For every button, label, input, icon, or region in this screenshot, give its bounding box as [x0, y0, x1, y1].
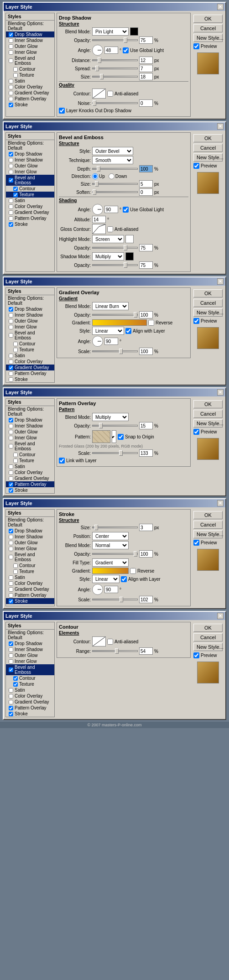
sidebar-item-drop-shadow-3[interactable]: Drop Shadow	[6, 306, 54, 312]
sidebar-item-satin-6[interactable]: Satin	[6, 687, 54, 693]
blend-mode-select-5[interactable]: Normal	[92, 541, 129, 549]
cancel-button-5[interactable]: Cancel	[193, 521, 223, 529]
opacity-slider-3[interactable]	[92, 314, 138, 316]
close-button-3[interactable]: ✕	[217, 278, 224, 285]
checkbox-inner-glow-3[interactable]	[9, 325, 13, 329]
sidebar-item-pattern-overlay-2[interactable]: Pattern Overlay	[6, 215, 54, 221]
checkbox-satin-5[interactable]	[9, 575, 13, 580]
technique-select-2[interactable]: Smooth	[92, 156, 133, 164]
checkbox-inner-shadow-3[interactable]	[9, 313, 13, 318]
checkbox-bevel-2[interactable]	[9, 178, 13, 182]
sidebar-item-inner-shadow-3[interactable]: Inner Shadow	[6, 312, 54, 318]
sidebar-item-blending-2[interactable]: Blending Options: Default	[6, 140, 54, 151]
checkbox-drop-shadow-1[interactable]	[9, 32, 13, 37]
sidebar-item-texture-4[interactable]: Texture	[6, 458, 54, 464]
angle-dial-3[interactable]	[92, 336, 103, 347]
sidebar-item-stroke-4[interactable]: Stroke	[6, 487, 54, 493]
sidebar-item-bevel-2[interactable]: Bevel and Emboss	[6, 175, 54, 186]
angle-dial-5[interactable]	[92, 584, 103, 595]
ok-button-1[interactable]: OK	[193, 15, 223, 23]
noise-slider-1[interactable]	[92, 102, 138, 104]
ok-button-4[interactable]: OK	[193, 400, 223, 408]
sidebar-item-color-overlay-3[interactable]: Color Overlay	[6, 359, 54, 365]
checkbox-gradient-overlay-4[interactable]	[9, 476, 13, 481]
shadow-opacity-slider-2[interactable]	[92, 264, 138, 266]
depth-slider-2[interactable]	[92, 168, 138, 170]
size-slider-2[interactable]	[92, 183, 138, 185]
spread-slider-1[interactable]	[92, 68, 138, 69]
checkbox-gradient-overlay-1[interactable]	[9, 91, 13, 95]
checkbox-gradient-overlay-6[interactable]	[9, 700, 13, 704]
checkbox-inner-shadow-1[interactable]	[9, 38, 13, 43]
direction-up-radio-2[interactable]	[92, 173, 98, 179]
highlight-opacity-slider-2[interactable]	[92, 247, 138, 249]
soften-slider-2[interactable]	[92, 191, 138, 193]
new-style-button-3[interactable]: New Style...	[193, 308, 223, 317]
close-button-1[interactable]: ✕	[217, 4, 224, 10]
link-layer-check-4[interactable]	[59, 458, 65, 464]
checkbox-gradient-overlay-3[interactable]	[9, 365, 13, 370]
checkbox-satin-3[interactable]	[9, 354, 13, 358]
ok-button-3[interactable]: OK	[193, 289, 223, 297]
checkbox-inner-shadow-2[interactable]	[9, 158, 13, 162]
highlight-mode-select-2[interactable]: Screen	[92, 235, 124, 243]
angle-dial-1[interactable]	[92, 45, 103, 56]
sidebar-item-color-overlay-1[interactable]: Color Overlay	[6, 84, 54, 90]
sidebar-item-bevel-1[interactable]: Bevel and Emboss	[6, 55, 54, 66]
scale-slider-5[interactable]	[92, 599, 138, 600]
angle-input-5[interactable]	[104, 586, 118, 593]
style-select-2[interactable]: Outer Bevel	[92, 147, 133, 155]
sidebar-item-bevel-5[interactable]: Bevel and Emboss	[6, 552, 54, 563]
distance-slider-1[interactable]	[92, 59, 138, 61]
checkbox-bevel-4[interactable]	[9, 444, 13, 448]
sidebar-item-blending-3[interactable]: Blending Options: Default	[6, 295, 54, 306]
sidebar-item-drop-shadow-1[interactable]: Drop Shadow	[6, 31, 54, 37]
cancel-button-1[interactable]: Cancel	[193, 24, 223, 32]
sidebar-item-color-overlay-6[interactable]: Color Overlay	[6, 693, 54, 699]
opacity-slider-1[interactable]	[92, 39, 138, 41]
checkbox-pattern-overlay-1[interactable]	[9, 97, 13, 101]
highlight-opacity-input-2[interactable]	[139, 244, 153, 251]
preview-check-5[interactable]	[193, 540, 199, 546]
checkbox-texture-1[interactable]	[13, 73, 18, 78]
close-button-5[interactable]: ✕	[217, 500, 224, 506]
size-input-2[interactable]	[139, 180, 153, 188]
checkbox-contour-6[interactable]	[13, 676, 18, 681]
sidebar-item-pattern-overlay-4[interactable]: Pattern Overlay	[6, 481, 54, 487]
sidebar-item-blending-1[interactable]: Blending Options: Default	[6, 21, 54, 31]
angle-dial-2[interactable]	[92, 204, 103, 215]
scale-slider-3[interactable]	[92, 350, 138, 352]
checkbox-drop-shadow-6[interactable]	[9, 641, 13, 646]
sidebar-item-inner-glow-2[interactable]: Inner Glow	[6, 169, 54, 175]
checkbox-inner-shadow-4[interactable]	[9, 424, 13, 428]
sidebar-item-texture-3[interactable]: Texture	[6, 347, 54, 353]
checkbox-inner-glow-1[interactable]	[9, 50, 13, 55]
distance-input-1[interactable]	[139, 57, 153, 64]
pattern-preview-4[interactable]	[92, 430, 110, 443]
style-select-5[interactable]: Linear	[92, 575, 120, 583]
direction-down-radio-2[interactable]	[109, 173, 114, 179]
sidebar-item-bevel-6[interactable]: Bevel and Emboss	[6, 664, 54, 675]
sidebar-item-drop-shadow-4[interactable]: Drop Shadow	[6, 417, 54, 423]
preview-check-2[interactable]	[193, 163, 199, 169]
sidebar-item-gradient-overlay-2[interactable]: Gradient Overlay	[6, 209, 54, 215]
knocks-out-check-1[interactable]	[59, 108, 65, 114]
range-input-6[interactable]	[139, 647, 153, 655]
contour-preview-6[interactable]	[92, 636, 106, 646]
cancel-button-2[interactable]: Cancel	[193, 144, 223, 152]
preview-check-3[interactable]	[193, 318, 199, 324]
sidebar-item-pattern-overlay-6[interactable]: Pattern Overlay	[6, 705, 54, 711]
reverse-check-3[interactable]	[148, 320, 154, 326]
checkbox-texture-6[interactable]	[13, 682, 18, 687]
position-select-5[interactable]: Center	[92, 532, 129, 540]
sidebar-item-outer-glow-4[interactable]: Outer Glow	[6, 429, 54, 435]
checkbox-pattern-overlay-3[interactable]	[9, 371, 13, 376]
sidebar-item-inner-shadow-5[interactable]: Inner Shadow	[6, 534, 54, 540]
sidebar-item-inner-glow-5[interactable]: Inner Glow	[6, 546, 54, 552]
checkbox-drop-shadow-2[interactable]	[9, 152, 13, 156]
sidebar-item-satin-2[interactable]: Satin	[6, 198, 54, 203]
depth-input-2[interactable]	[139, 165, 153, 172]
checkbox-outer-glow-1[interactable]	[9, 44, 13, 49]
range-slider-6[interactable]	[92, 650, 138, 652]
sidebar-item-color-overlay-5[interactable]: Color Overlay	[6, 580, 54, 586]
